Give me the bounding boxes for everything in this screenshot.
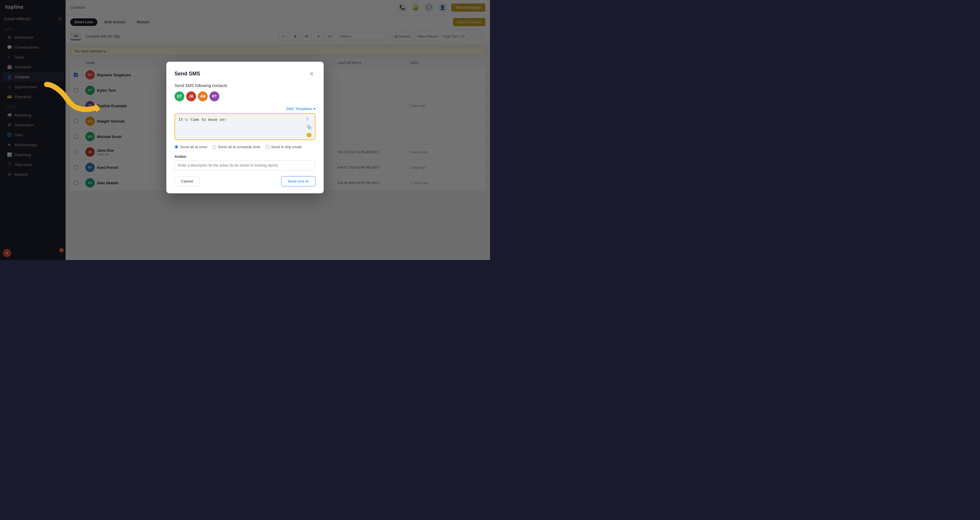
send-at-schedule-option[interactable]: Send all at schedule time xyxy=(212,144,260,149)
send-at-schedule-radio[interactable] xyxy=(212,145,216,149)
send-drip-option[interactable]: Send in drip mode xyxy=(266,144,302,149)
tag-msg-icon[interactable]: # xyxy=(306,116,312,122)
avatar-dt: DT xyxy=(175,91,185,101)
avatar-jb: JB xyxy=(186,91,196,101)
action-section: Action xyxy=(175,154,315,170)
message-box-wrapper: It's time to move on! # 📎 😊 xyxy=(175,113,315,140)
modal-title: Send SMS xyxy=(175,71,200,77)
contact-avatars: DT JB AM RT xyxy=(175,91,315,101)
attachment-icon[interactable]: 📎 xyxy=(306,124,312,130)
send-drip-label: Send in drip mode xyxy=(271,144,302,149)
send-drip-radio[interactable] xyxy=(266,145,269,149)
avatar-am: AM xyxy=(198,91,208,101)
message-textarea[interactable]: It's time to move on! xyxy=(178,117,312,135)
send-sms-modal: Send SMS ✕ Send SMS following contacts D… xyxy=(166,62,324,193)
avatar-rt: RT xyxy=(210,91,220,101)
action-label: Action xyxy=(175,154,315,159)
modal-subtitle: Send SMS following contacts xyxy=(175,83,315,88)
message-icons: # 📎 😊 xyxy=(306,116,312,138)
send-sms-button[interactable]: Send sms to xyxy=(281,176,315,186)
send-at-once-radio[interactable] xyxy=(175,145,178,149)
send-options: Send all at once Send all at schedule ti… xyxy=(175,144,315,149)
sms-templates-row: SMS Templates ▾ xyxy=(175,106,315,111)
modal-close-button[interactable]: ✕ xyxy=(307,70,315,78)
modal-header: Send SMS ✕ xyxy=(175,70,315,78)
modal-footer: Cancel Send sms to xyxy=(175,176,315,186)
send-at-schedule-label: Send all at schedule time xyxy=(218,144,260,149)
cancel-button[interactable]: Cancel xyxy=(175,176,200,186)
action-input[interactable] xyxy=(175,160,315,170)
sms-templates-button[interactable]: SMS Templates ▾ xyxy=(286,106,315,111)
send-at-once-option[interactable]: Send all at once xyxy=(175,144,207,149)
send-at-once-label: Send all at once xyxy=(180,144,207,149)
emoji-icon[interactable]: 😊 xyxy=(306,132,312,138)
